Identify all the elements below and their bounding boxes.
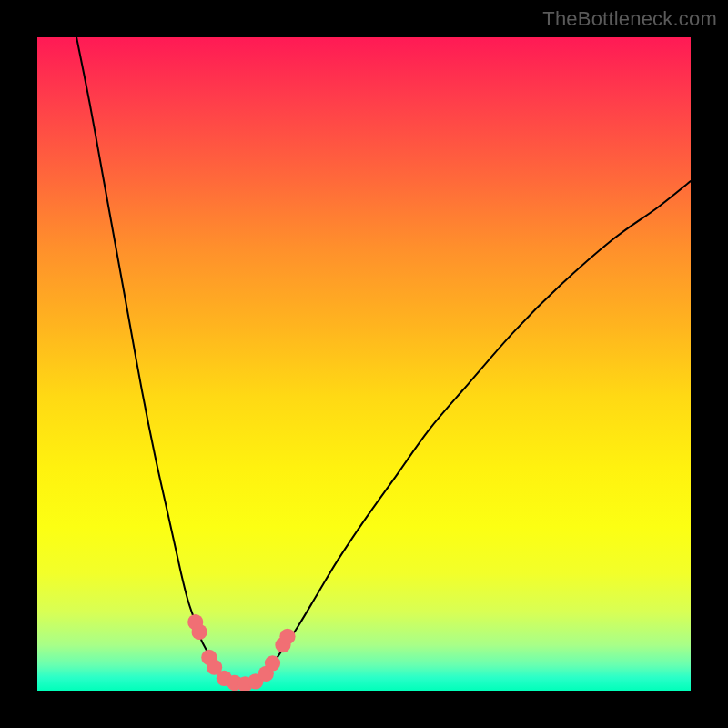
series-left-branch bbox=[76, 37, 220, 674]
watermark-text: TheBottleneck.com bbox=[542, 7, 717, 31]
series-right-branch bbox=[266, 181, 691, 674]
chart-svg bbox=[37, 37, 691, 691]
marker-left-upper-2 bbox=[191, 624, 207, 640]
series-group bbox=[76, 37, 691, 685]
outer-frame: TheBottleneck.com bbox=[0, 0, 728, 728]
marker-right-lower-2 bbox=[265, 655, 280, 671]
plot-area bbox=[37, 37, 691, 691]
marker-right-upper-2 bbox=[279, 629, 295, 644]
marker-group bbox=[187, 614, 295, 691]
